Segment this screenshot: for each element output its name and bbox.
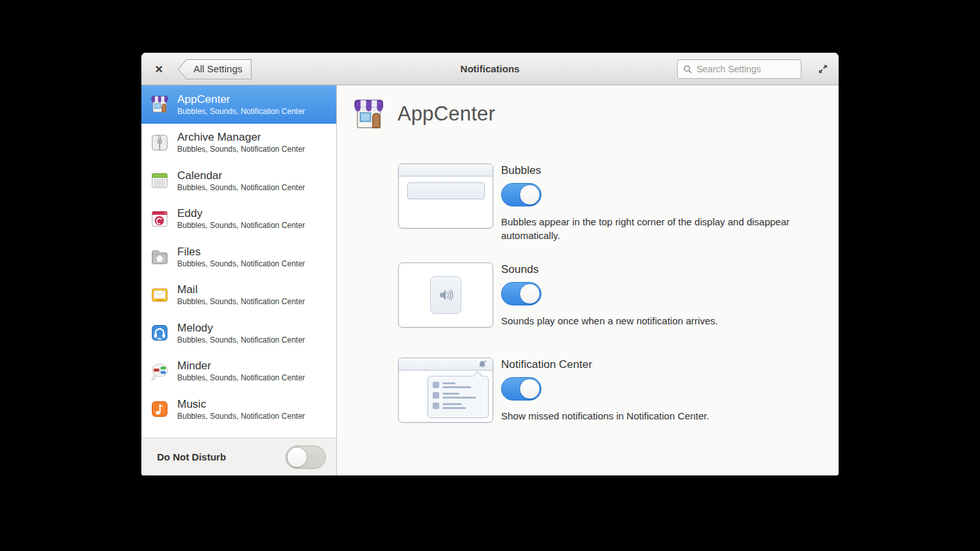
- sidebar-item-minder[interactable]: Minder Bubbles, Sounds, Notification Cen…: [141, 352, 336, 391]
- app-item-sublabel: Bubbles, Sounds, Notification Center: [177, 144, 305, 154]
- search-field[interactable]: [677, 59, 801, 79]
- sounds-title: Sounds: [501, 262, 539, 277]
- toggle-knob: [519, 378, 540, 399]
- appcenter-icon: [149, 94, 170, 115]
- app-item-sublabel: Bubbles, Sounds, Notification Center: [177, 296, 305, 307]
- close-icon: ✕: [154, 63, 163, 76]
- appcenter-icon: [351, 96, 387, 132]
- sidebar: AppCenter Bubbles, Sounds, Notification …: [141, 85, 337, 475]
- bubbles-setting: Bubbles Bubbles appear in the top right …: [398, 163, 805, 242]
- eddy-icon: [149, 208, 170, 229]
- notification-center-toggle[interactable]: [501, 377, 541, 401]
- app-item-sublabel: Bubbles, Sounds, Notification Center: [177, 259, 305, 269]
- app-item-sublabel: Bubbles, Sounds, Notification Center: [177, 373, 305, 383]
- notification-center-description: Show missed notifications in Notificatio…: [501, 409, 709, 423]
- maximize-button[interactable]: [815, 61, 831, 77]
- app-item-sublabel: Bubbles, Sounds, Notification Center: [177, 182, 305, 193]
- app-item-sublabel: Bubbles, Sounds, Notification Center: [177, 220, 305, 231]
- app-item-label: Mail: [177, 283, 305, 296]
- toggle-knob: [519, 283, 540, 304]
- do-not-disturb-label: Do Not Disturb: [157, 451, 226, 462]
- toggle-knob: [287, 447, 308, 468]
- app-item-label: Melody: [177, 321, 305, 335]
- bubble-shape: [407, 182, 485, 199]
- archive-manager-icon: [149, 132, 170, 153]
- app-item-label: Files: [177, 245, 305, 259]
- popover-caret: [473, 371, 482, 380]
- app-item-label: AppCenter: [177, 92, 305, 106]
- expand-icon: [817, 63, 829, 75]
- close-button[interactable]: ✕: [150, 53, 168, 85]
- notification-popover-shape: [427, 376, 489, 418]
- app-item-sublabel: Bubbles, Sounds, Notification Center: [177, 411, 305, 421]
- sound-button-shape: [430, 276, 461, 314]
- all-settings-back-button[interactable]: All Settings: [178, 59, 252, 79]
- app-item-label: Archive Manager: [177, 130, 305, 144]
- sounds-illustration: [398, 262, 493, 328]
- app-list: AppCenter Bubbles, Sounds, Notification …: [141, 85, 336, 438]
- app-item-label: Music: [177, 397, 305, 411]
- bubbles-toggle[interactable]: [501, 183, 541, 206]
- do-not-disturb-bar: Do Not Disturb: [141, 438, 336, 475]
- music-icon: [149, 399, 170, 419]
- app-item-sublabel: Bubbles, Sounds, Notification Center: [177, 335, 305, 345]
- files-icon: [149, 246, 170, 267]
- back-button-label: All Settings: [178, 59, 252, 78]
- search-icon: [683, 64, 693, 74]
- sidebar-item-archive-manager[interactable]: Archive Manager Bubbles, Sounds, Notific…: [141, 124, 336, 162]
- sounds-toggle[interactable]: [501, 282, 541, 305]
- sidebar-item-mail[interactable]: Mail Bubbles, Sounds, Notification Cente…: [141, 276, 336, 315]
- sidebar-item-eddy[interactable]: Eddy Bubbles, Sounds, Notification Cente…: [141, 200, 336, 238]
- illustration-titlebar: [399, 358, 493, 371]
- sounds-description: Sounds play once when a new notification…: [501, 314, 718, 328]
- app-item-label: Minder: [177, 359, 305, 373]
- bubbles-title: Bubbles: [501, 163, 541, 178]
- toggle-knob: [519, 184, 540, 205]
- bubbles-illustration: [398, 163, 493, 229]
- sidebar-item-appcenter[interactable]: AppCenter Bubbles, Sounds, Notification …: [141, 85, 336, 124]
- app-item-label: Calendar: [177, 169, 305, 182]
- content-panel: AppCenter Bubbles Bubbles appear in the …: [337, 85, 839, 475]
- sidebar-item-melody[interactable]: Melody Bubbles, Sounds, Notification Cen…: [141, 314, 336, 352]
- app-item-label: Eddy: [177, 206, 305, 220]
- content-header: AppCenter: [351, 96, 495, 132]
- notification-center-illustration: [398, 358, 493, 423]
- minder-icon: [149, 361, 170, 382]
- mail-icon: [149, 285, 170, 305]
- headerbar: ✕ All Settings Notifications: [141, 53, 839, 85]
- calendar-icon: [149, 170, 170, 191]
- notification-center-title: Notification Center: [501, 358, 592, 372]
- sidebar-item-calendar[interactable]: Calendar Bubbles, Sounds, Notification C…: [141, 162, 336, 200]
- bubbles-description: Bubbles appear in the top right corner o…: [501, 215, 805, 242]
- bell-icon: [478, 360, 487, 369]
- sounds-setting: Sounds Sounds play once when a new notif…: [398, 262, 718, 328]
- sidebar-item-files[interactable]: Files Bubbles, Sounds, Notification Cent…: [141, 238, 336, 276]
- illustration-titlebar: [399, 164, 493, 177]
- sidebar-item-music[interactable]: Music Bubbles, Sounds, Notification Cent…: [141, 390, 336, 429]
- app-page-title: AppCenter: [397, 102, 495, 126]
- settings-window: ✕ All Settings Notifications: [141, 53, 839, 475]
- do-not-disturb-toggle[interactable]: [285, 445, 326, 469]
- app-item-sublabel: Bubbles, Sounds, Notification Center: [177, 106, 305, 117]
- speaker-icon: [436, 285, 455, 305]
- notification-center-setting: Notification Center Show missed notifica…: [398, 358, 709, 423]
- search-input[interactable]: [697, 64, 814, 74]
- melody-icon: [149, 322, 170, 343]
